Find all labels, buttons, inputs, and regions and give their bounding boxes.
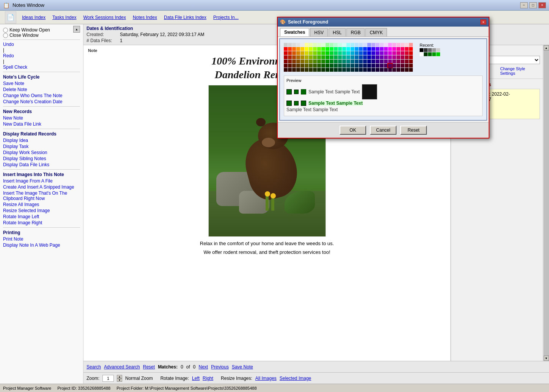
color-swatch[interactable] xyxy=(321,60,325,63)
color-swatch[interactable] xyxy=(384,55,388,59)
color-swatch[interactable] xyxy=(338,68,342,72)
color-swatch[interactable] xyxy=(376,68,379,72)
display-sibling-notes-link[interactable]: Display Sibling Notes xyxy=(3,156,80,162)
color-swatch[interactable] xyxy=(363,43,367,47)
color-swatch[interactable] xyxy=(346,51,350,55)
spell-check-link[interactable]: Spell Check xyxy=(3,64,80,70)
color-swatch[interactable] xyxy=(334,64,338,68)
scroll-up-button[interactable]: ▲ xyxy=(544,45,549,50)
color-swatch[interactable] xyxy=(363,47,367,51)
rotate-left-link[interactable]: Rotate Image Left xyxy=(3,214,80,220)
color-swatch[interactable] xyxy=(292,47,296,51)
color-swatch[interactable] xyxy=(288,60,292,63)
color-swatch[interactable] xyxy=(355,55,359,59)
color-swatch[interactable] xyxy=(384,60,388,63)
minimize-button[interactable]: − xyxy=(520,2,528,8)
color-swatch[interactable] xyxy=(392,51,396,55)
change-owner-link[interactable]: Change Who Owns The Note xyxy=(3,93,80,99)
color-swatch[interactable] xyxy=(346,47,350,51)
color-swatch[interactable] xyxy=(359,43,363,47)
color-swatch[interactable] xyxy=(313,64,317,68)
color-swatch[interactable] xyxy=(346,55,350,59)
color-swatch[interactable] xyxy=(355,47,359,51)
tab-swatches[interactable]: Swatches xyxy=(280,28,309,36)
color-swatch[interactable] xyxy=(405,55,409,59)
color-swatch[interactable] xyxy=(338,55,342,59)
color-swatch[interactable] xyxy=(321,55,325,59)
nav-ideas-index[interactable]: Ideas Index xyxy=(19,15,49,20)
color-swatch[interactable] xyxy=(359,60,363,63)
recent-color-swatch[interactable] xyxy=(428,48,432,52)
color-swatch[interactable] xyxy=(313,68,317,72)
color-swatch[interactable] xyxy=(342,68,346,72)
color-swatch[interactable] xyxy=(326,51,329,55)
recent-color-swatch[interactable] xyxy=(432,48,436,52)
color-swatch[interactable] xyxy=(292,43,296,47)
display-in-web-link[interactable]: Display Note In A Web Page xyxy=(3,242,80,248)
color-swatch[interactable] xyxy=(346,68,350,72)
color-swatch[interactable] xyxy=(296,51,300,55)
color-swatch[interactable] xyxy=(401,55,404,59)
close-button[interactable]: × xyxy=(538,2,546,8)
color-swatch[interactable] xyxy=(313,47,317,51)
color-swatch[interactable] xyxy=(405,51,409,55)
color-swatch[interactable] xyxy=(321,51,325,55)
close-window-radio[interactable] xyxy=(3,33,8,38)
color-swatch[interactable] xyxy=(309,43,313,47)
color-swatch[interactable] xyxy=(334,47,338,51)
next-link[interactable]: Next xyxy=(199,364,208,370)
selected-image-btn[interactable]: Selected Image xyxy=(280,376,311,381)
color-swatch[interactable] xyxy=(300,51,304,55)
scroll-down-button[interactable]: ▼ xyxy=(544,356,549,361)
color-swatch[interactable] xyxy=(284,64,288,68)
color-swatch[interactable] xyxy=(296,47,300,51)
color-swatch[interactable] xyxy=(392,64,396,68)
color-swatch[interactable] xyxy=(380,47,384,51)
color-swatch[interactable] xyxy=(371,60,375,63)
color-swatch[interactable] xyxy=(401,51,404,55)
color-swatch[interactable] xyxy=(355,64,359,68)
color-swatch[interactable] xyxy=(396,47,400,51)
advanced-search-link[interactable]: Advanced Search xyxy=(104,364,140,370)
color-picker-close-button[interactable]: × xyxy=(480,19,486,25)
color-swatch[interactable] xyxy=(351,47,354,51)
reset-color-button[interactable]: Reset xyxy=(400,126,427,135)
color-swatch[interactable] xyxy=(342,47,346,51)
color-swatch[interactable] xyxy=(392,47,396,51)
sidebar-scroll-up[interactable]: ▲ xyxy=(73,26,80,33)
color-swatch[interactable] xyxy=(396,55,400,59)
rotate-left-btn[interactable]: Left xyxy=(192,376,200,381)
color-swatch[interactable] xyxy=(363,68,367,72)
color-swatch[interactable] xyxy=(409,64,413,68)
color-swatch[interactable] xyxy=(288,51,292,55)
color-swatch[interactable] xyxy=(355,68,359,72)
color-swatch[interactable] xyxy=(309,64,313,68)
display-task-link[interactable]: Display Task xyxy=(3,143,80,150)
insert-from-file-link[interactable]: Insert Image From A File xyxy=(3,178,80,184)
color-swatch[interactable] xyxy=(334,60,338,63)
color-swatch[interactable] xyxy=(321,64,325,68)
color-swatch[interactable] xyxy=(396,51,400,55)
color-swatch[interactable] xyxy=(284,51,288,55)
rotate-right-link[interactable]: Rotate Image Right xyxy=(3,220,80,226)
color-swatch[interactable] xyxy=(334,43,338,47)
color-swatch[interactable] xyxy=(288,68,292,72)
color-swatch[interactable] xyxy=(317,47,321,51)
color-swatch[interactable] xyxy=(405,47,409,51)
color-swatch[interactable] xyxy=(338,51,342,55)
color-swatch[interactable] xyxy=(296,43,300,47)
recent-color-swatch[interactable] xyxy=(420,52,423,56)
color-swatch[interactable] xyxy=(392,43,396,47)
color-swatch[interactable] xyxy=(376,51,379,55)
color-swatch[interactable] xyxy=(313,55,317,59)
color-swatch[interactable] xyxy=(376,60,379,63)
color-swatch[interactable] xyxy=(396,60,400,63)
color-swatch[interactable] xyxy=(380,43,384,47)
color-swatch[interactable] xyxy=(300,43,304,47)
resize-selected-link[interactable]: Resize Selected Image xyxy=(3,208,80,214)
redo-link[interactable]: Redo xyxy=(3,53,80,59)
color-swatch[interactable] xyxy=(342,64,346,68)
color-swatch[interactable] xyxy=(388,68,392,72)
color-swatch[interactable] xyxy=(392,68,396,72)
color-swatch[interactable] xyxy=(313,51,317,55)
